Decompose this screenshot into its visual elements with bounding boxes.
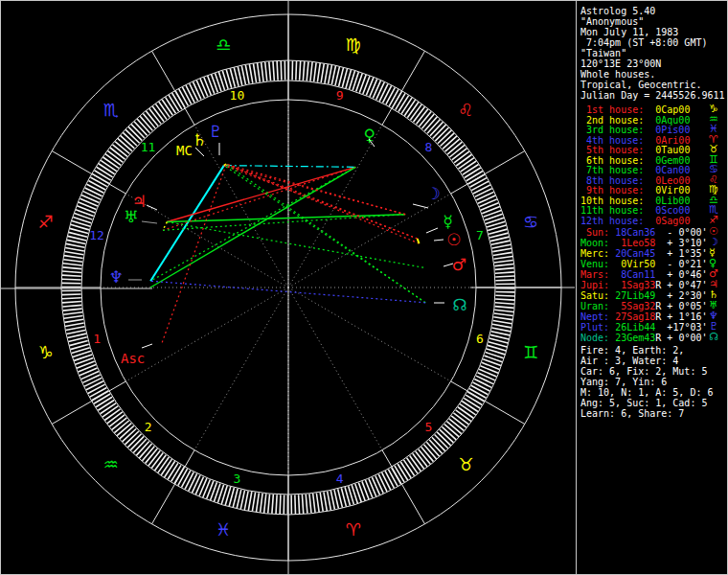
planet-pointer-dash (142, 221, 157, 223)
aspect-line-Merc-Plut (226, 164, 417, 239)
house-number-3: 3 (234, 472, 241, 486)
aspect-line-Satu-Venu (224, 166, 355, 168)
planet-pointer-dash (142, 344, 152, 348)
angle-label-mc: MC (176, 143, 193, 158)
house-number-8: 8 (424, 140, 432, 154)
cusp-radial-dotted (288, 125, 382, 288)
header-line: Mon July 11, 1983 (580, 27, 726, 37)
summary-line: Yang: 7, Yin: 6 (580, 377, 726, 387)
element-summary: Fire: 4, Earth: 2,Air : 3, Water: 4Car: … (580, 345, 726, 419)
sign-leo-icon: ♌ (458, 100, 473, 120)
angle-label-asc: Asc (121, 351, 145, 366)
header-line: "Anonymous" (580, 16, 726, 27)
header-line: "Taiwan" (580, 48, 726, 58)
sign-glyph-icon: ♐ (709, 216, 718, 226)
house-number-1: 1 (93, 332, 101, 346)
cusp-radial-dotted (288, 288, 382, 450)
sign-gemini-icon: ♊ (523, 342, 538, 362)
cusp-radial-dotted (194, 288, 288, 450)
sign-sagittarius-icon: ♐ (38, 212, 54, 232)
summary-line: Ang: 5, Suc: 1, Cad: 5 (580, 398, 726, 408)
chart-wheel: ♈♉♊♋♌♍♎♏♐♑♒♓123456789101112☉☽☿♀♂♃♄♅♆♇☊MC… (1, 1, 575, 574)
house-number-2: 2 (145, 420, 152, 434)
house-number-9: 9 (336, 88, 344, 103)
summary-line: M: 10, N: 1, A: 5, D: 6 (580, 387, 726, 398)
aspect-line (162, 165, 226, 343)
planet-pointer-dash (413, 204, 428, 208)
header-line: Julian Day = 2445526.9611 (580, 90, 726, 101)
sign-aquarius-icon: ♒ (103, 454, 119, 474)
sign-cancer-icon: ♋ (523, 212, 538, 232)
sign-taurus-icon: ♉ (458, 454, 473, 474)
header-line: 7:04pm (ST +8:00 GMT) (580, 37, 726, 48)
header-line: Tropical, Geocentric. (580, 80, 726, 90)
planet-satu-icon: ♄ (192, 130, 206, 150)
planet-position-list: Sun: 18Can36 - 0°00'☉Moon: 1Leo58 + 3°10… (580, 227, 726, 343)
house-cusp-spoke (382, 51, 425, 125)
planet-pointer-dash (434, 240, 444, 241)
chart-wheel-pane: ♈♉♊♋♌♍♎♏♐♑♒♓123456789101112☉☽☿♀♂♃♄♅♆♇☊MC… (1, 1, 575, 574)
sign-scorpio-icon: ♏ (103, 100, 119, 120)
cusp-radial-dotted (288, 288, 451, 381)
planet-venu-icon: ♀ (364, 126, 375, 145)
cusp-radial-dotted (125, 194, 288, 288)
aspect-line-Asc-Venu (150, 167, 355, 288)
summary-line: Car: 6, Fix: 2, Mut: 5 (580, 366, 726, 377)
aspect-line-Jupi-Moon (167, 215, 405, 222)
planet-node-icon: ☊ (453, 295, 467, 314)
cusp-radial-dotted (194, 125, 288, 288)
planet-row: Moon: 1Leo58 + 3°10'☽ (580, 238, 726, 248)
house-number-10: 10 (230, 88, 245, 103)
sign-virgo-icon: ♍ (346, 34, 361, 55)
planet-pointer-dash (426, 228, 438, 233)
aspect-line-Jupi-Uran (163, 222, 167, 231)
sign-aries-icon: ♈ (346, 519, 361, 540)
summary-line: Learn: 6, Share: 7 (580, 408, 726, 419)
header-line: Whole houses. (580, 69, 726, 80)
aspect-line-Jupi-Mars (167, 222, 424, 268)
house-number-7: 7 (476, 228, 484, 242)
planet-row: Venu: 0Vir50 - 0°21'♀ (580, 259, 726, 269)
house-number-4: 4 (336, 472, 344, 486)
planet-uran-icon: ♅ (124, 207, 138, 226)
house-number-12: 12 (89, 228, 104, 242)
sign-capricorn-icon: ♑ (38, 342, 54, 362)
planet-nept-icon: ♆ (109, 267, 124, 287)
planet-row: Node: 23Gem43R + 0°00'☊ (580, 333, 726, 343)
house-number-11: 11 (141, 140, 156, 154)
info-sidebar: Astrolog 5.40"Anonymous"Mon July 11, 198… (576, 1, 728, 574)
planet-sun-icon: ☉ (446, 230, 461, 249)
aspect-line-Satu-Nept (150, 166, 224, 282)
planet-row: Jupi: 1Sag33R + 0°47'♃ (580, 280, 726, 290)
sign-libra-icon: ♎ (216, 34, 231, 55)
house-number-6: 6 (476, 332, 484, 346)
house-row: 12th house: 0Sag00♐ (580, 217, 726, 227)
summary-line: Fire: 4, Earth: 2, (580, 345, 726, 356)
planet-row: Satu: 27Lib49 + 2°30'♄ (580, 290, 726, 301)
summary-line: Air : 3, Water: 4 (580, 356, 726, 366)
planet-moon-icon: ☽ (426, 184, 441, 203)
chart-header: Astrolog 5.40"Anonymous"Mon July 11, 198… (580, 6, 726, 101)
planet-row: Mars: 8Can11 + 0°46'♂ (580, 269, 726, 280)
planet-row: Merc: 20Can45 + 1°35'☿ (580, 248, 726, 259)
house-cusp-spoke (52, 151, 125, 195)
house-cusp-spoke (152, 450, 195, 524)
sign-pisces-icon: ♓ (216, 519, 231, 540)
planet-merc-icon: ☿ (443, 212, 452, 231)
planet-glyph-icon: ☊ (709, 332, 718, 342)
planet-row: Sun: 18Can36 - 0°00'☉ (580, 227, 726, 238)
header-line: Astrolog 5.40 (580, 6, 726, 16)
planet-mars-icon: ♂ (452, 255, 466, 274)
house-number-5: 5 (424, 420, 432, 434)
aspect-line-Moon-Satu (224, 166, 405, 215)
planet-row: Plut: 26Lib44 +17°03'♇ (580, 322, 726, 333)
house-cusp-list: 1st house: 0Cap00♑ 2nd house: 0Aqu00♒ 3r… (580, 105, 726, 226)
planet-plut-icon: ♇ (209, 122, 223, 141)
planet-row: Uran: 5Sag32R + 0°05'♅ (580, 301, 726, 311)
house-cusp-spoke (451, 381, 525, 425)
aspect-line-Moon-Plut (226, 164, 405, 214)
astrolog-window: ♈♉♊♋♌♍♎♏♐♑♒♓123456789101112☉☽☿♀♂♃♄♅♆♇☊MC… (0, 0, 728, 575)
header-line: 120°13E 23°00N (580, 58, 726, 69)
planet-row: Nept: 27Sag18R + 1°16'♆ (580, 311, 726, 322)
cusp-radial-dotted (125, 288, 288, 381)
